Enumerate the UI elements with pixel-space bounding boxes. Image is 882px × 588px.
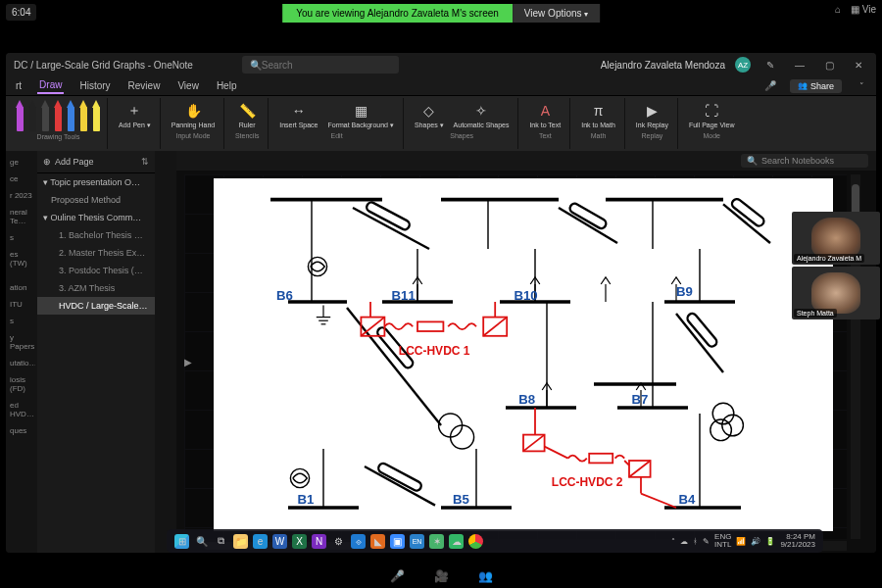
zoom-participants-icon[interactable]: 👥 (478, 569, 493, 583)
search-notebooks[interactable]: 🔍 Search Notebooks (741, 154, 868, 168)
notebook-rail-item[interactable]: iosis (FD) (8, 372, 35, 396)
nav-page-item[interactable]: 3. AZM Thesis (37, 279, 155, 297)
share-button[interactable]: Share (790, 79, 842, 93)
search-input[interactable] (262, 60, 391, 71)
tab-view[interactable]: View (175, 78, 201, 93)
pen-tool-0[interactable] (16, 100, 24, 131)
dictate-icon[interactable]: 🎤 (764, 80, 776, 91)
tab-history[interactable]: History (77, 78, 112, 93)
shapes-button[interactable]: ◇Shapes ▾ (412, 100, 447, 130)
notebook-rail-item[interactable]: s (8, 230, 35, 245)
taskbar-edge-icon[interactable]: e (253, 534, 268, 549)
maximize-button[interactable]: ▢ (819, 60, 839, 71)
auto-shapes-button[interactable]: ✧Automatic Shapes (451, 100, 513, 130)
taskbar-settings-icon[interactable]: ⚙ (331, 534, 346, 549)
tray-cloud-icon[interactable]: ☁ (680, 537, 688, 546)
taskbar-vscode-icon[interactable]: ⟐ (351, 534, 366, 549)
tab-draw[interactable]: Draw (37, 77, 64, 94)
nav-page-item[interactable]: Proposed Method (37, 191, 155, 209)
tray-chevron-icon[interactable]: ˄ (671, 537, 675, 546)
notebook-rail-item[interactable]: s (8, 314, 35, 328)
windows-taskbar[interactable]: ⊞ 🔍 ⧉ 📁 e W X N ⚙ ⟐ ◣ ▣ EN ✶ ☁ ˄ ☁ ᚼ ✎ E… (167, 529, 823, 553)
notebook-rail-item[interactable]: ques (8, 423, 35, 438)
pen-tool-6[interactable] (92, 100, 101, 131)
notebook-rail-item[interactable]: ge (8, 155, 35, 170)
play-handle-icon[interactable]: ▶ (184, 357, 192, 368)
format-background-button[interactable]: ▦Format Background ▾ (325, 100, 397, 130)
nav-page-item[interactable]: ▾ Topic presentation O… (37, 173, 155, 191)
notebook-rail-item[interactable]: r 2023 (8, 188, 35, 203)
nav-page-item[interactable]: 3. Postdoc Thesis (… (37, 262, 155, 279)
tab-review[interactable]: Review (126, 78, 163, 93)
taskbar-explorer-icon[interactable]: 📁 (233, 534, 248, 549)
notebook-rail-item[interactable]: utatio… (8, 356, 35, 370)
tray-language[interactable]: ENGINTL (714, 533, 731, 549)
notebook-rail[interactable]: gecer 2023neral Te…ses (TW)ationITUsy Pa… (6, 151, 37, 553)
canvas[interactable]: ▶ (184, 174, 847, 539)
ribbon-collapse-button[interactable]: ˅ (856, 81, 868, 91)
tray-clock[interactable]: 8:24 PM9/21/2023 (780, 533, 815, 549)
taskbar-lang-icon[interactable]: EN (410, 534, 424, 549)
taskbar-word-icon[interactable]: W (272, 534, 287, 549)
page-rail-collapse[interactable] (155, 151, 176, 553)
tray-bluetooth-icon[interactable]: ᚼ (693, 537, 698, 546)
view-button[interactable]: ▦ Vie (851, 4, 876, 15)
ink-replay-button[interactable]: ▶Ink Replay (633, 100, 671, 130)
ruler-button[interactable]: 📏Ruler (232, 100, 262, 130)
nav-page-item[interactable]: 2. Master Thesis Ex… (37, 244, 155, 262)
taskbar-app-icon[interactable]: ✶ (429, 534, 444, 549)
ribbon-mode-icon[interactable]: ✎ (760, 60, 780, 71)
onenote-window: DC / Large-Scale Grid Graphs - OneNote 🔍… (6, 53, 876, 553)
layout-icon[interactable]: ⌂ (835, 4, 841, 15)
tab-insert-partial[interactable]: rt (14, 78, 24, 93)
sort-icon[interactable]: ⇅ (141, 157, 149, 167)
user-avatar[interactable]: AZ (735, 57, 751, 73)
tray-wifi-icon[interactable]: 📶 (736, 537, 746, 546)
zoom-video-icon[interactable]: 🎥 (434, 569, 449, 583)
taskbar-excel-icon[interactable]: X (292, 534, 307, 549)
tab-help[interactable]: Help (215, 78, 239, 93)
taskbar-search-icon[interactable]: 🔍 (194, 534, 209, 549)
nav-page-item[interactable]: HVDC / Large-Scale … (37, 297, 155, 315)
start-button[interactable]: ⊞ (174, 534, 189, 549)
panning-hand-button[interactable]: ✋Panning Hand (169, 100, 218, 130)
view-options-button[interactable]: View Options (513, 4, 600, 23)
pen-tool-2[interactable] (41, 100, 50, 131)
nav-page-item[interactable]: ▾ Ouline Thesis Comm… (37, 209, 155, 226)
pen-tool-3[interactable] (54, 100, 63, 131)
full-page-view-button[interactable]: ⛶Full Page View (686, 100, 738, 130)
bus-b6: B6 (276, 288, 293, 303)
notebook-rail-item[interactable]: ed HVD… (8, 398, 35, 421)
insert-space-button[interactable]: ↔Insert Space (276, 100, 320, 130)
notebook-rail-item[interactable]: y Papers (8, 330, 35, 354)
onenote-search[interactable]: 🔍 (242, 56, 399, 74)
notebook-rail-item[interactable]: ce (8, 172, 35, 186)
zoom-mic-icon[interactable]: 🎤 (390, 569, 405, 583)
tray-battery-icon[interactable]: 🔋 (765, 537, 775, 546)
notebook-rail-item[interactable] (8, 272, 35, 278)
add-page-button[interactable]: ⊕Add Page⇅ (37, 151, 155, 173)
add-pen-button[interactable]: ＋Add Pen ▾ (116, 100, 154, 130)
ink-to-text-button[interactable]: AInk to Text (526, 100, 564, 130)
taskbar-onenote-icon[interactable]: N (312, 534, 326, 549)
pen-tool-1[interactable] (28, 100, 37, 131)
taskbar-matlab-icon[interactable]: ◣ (370, 534, 385, 549)
close-button[interactable]: ✕ (849, 60, 868, 71)
taskbar-chrome-icon[interactable] (468, 534, 483, 549)
participant-tile[interactable]: Steph Matta (792, 267, 880, 319)
taskbar-taskview-icon[interactable]: ⧉ (214, 534, 228, 549)
nav-page-item[interactable]: 1. Bachelor Thesis … (37, 226, 155, 244)
pen-tool-5[interactable] (79, 100, 88, 131)
minimize-button[interactable]: — (790, 60, 809, 71)
participant-tile[interactable]: Alejandro Zavaleta M (792, 212, 880, 265)
taskbar-zoom-icon[interactable]: ▣ (390, 534, 405, 549)
ink-to-math-button[interactable]: πInk to Math (578, 100, 618, 130)
taskbar-wechat-icon[interactable]: ☁ (449, 534, 464, 549)
pen-tool-4[interactable] (67, 100, 75, 131)
notebook-rail-item[interactable]: ation (8, 280, 35, 295)
tray-pen-icon[interactable]: ✎ (703, 537, 710, 546)
notebook-rail-item[interactable]: neral Te… (8, 205, 35, 228)
tray-volume-icon[interactable]: 🔊 (751, 537, 760, 546)
notebook-rail-item[interactable]: es (TW) (8, 247, 35, 270)
notebook-rail-item[interactable]: ITU (8, 297, 35, 312)
